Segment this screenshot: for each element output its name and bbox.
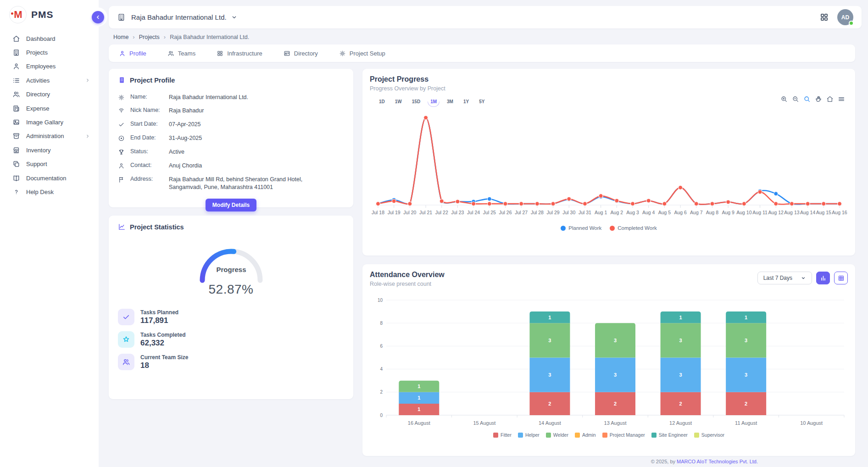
legend-item-welder[interactable]: Welder [546, 432, 568, 438]
sidebar-item-label: Support [26, 161, 47, 167]
legend-label: Completed Work [618, 225, 657, 231]
field-value: Raja Bahadur Mill Rd, behind Sheraton Gr… [169, 176, 320, 191]
sidebar-item-activities[interactable]: Activities [0, 73, 99, 87]
tab-infrastructure[interactable]: Infrastructure [217, 44, 262, 62]
legend-item-supervisor[interactable]: Supervisor [694, 432, 724, 438]
field-label: Start Date: [130, 121, 163, 127]
svg-text:Jul 27: Jul 27 [515, 210, 528, 215]
legend-item-project-manager[interactable]: Project Manager [602, 432, 645, 438]
trophy-icon [118, 149, 125, 156]
range-button-1m[interactable]: 1M [427, 97, 440, 106]
card-title: Project Progress [370, 75, 848, 83]
breadcrumb-item[interactable]: Projects [139, 34, 160, 40]
field-label: Contact: [130, 162, 163, 168]
footer-text: © 2025, by [651, 459, 677, 464]
toolbar-menu-icon[interactable] [838, 95, 845, 103]
sidebar-item-inventory[interactable]: Inventory [0, 143, 99, 157]
building-filled-icon [118, 76, 126, 84]
svg-text:2: 2 [380, 389, 383, 395]
flag-icon [118, 176, 125, 183]
svg-text:Jul 28: Jul 28 [531, 210, 544, 215]
svg-text:13 August: 13 August [604, 420, 627, 426]
app-logo[interactable]: M PMS [0, 0, 99, 28]
legend-item-site-engineer[interactable]: Site Engineer [651, 432, 688, 438]
range-button-15d[interactable]: 15D [408, 97, 424, 106]
legend-item-completed-work[interactable]: Completed Work [610, 225, 657, 231]
sidebar-item-directory[interactable]: Directory [0, 88, 99, 101]
modify-details-button[interactable]: Modify Details [206, 199, 256, 211]
svg-text:Aug 1: Aug 1 [595, 210, 607, 215]
tab-directory[interactable]: Directory [284, 44, 318, 62]
top-header: Raja Bahadur International Ltd. AD [109, 6, 862, 28]
tab-teams[interactable]: Teams [167, 44, 195, 62]
person-icon [119, 50, 126, 57]
range-button-1w[interactable]: 1W [391, 97, 406, 106]
stats-list: Tasks Planned117,891Tasks Completed62,33… [118, 309, 344, 370]
footer-company-link[interactable]: MARCO AIoT Technologies Pvt. Ltd. [677, 459, 758, 464]
main-content: Raja Bahadur International Ltd. AD Home›… [99, 0, 868, 467]
legend-swatch-icon [493, 433, 498, 438]
toolbar-hand-icon[interactable] [815, 95, 822, 103]
svg-text:1: 1 [679, 315, 682, 320]
star-stat-icon [118, 331, 134, 348]
home-icon [826, 95, 834, 103]
table-view-button[interactable] [834, 272, 848, 284]
sidebar-item-help-desk[interactable]: Help Desk [0, 185, 99, 199]
tab-profile[interactable]: Profile [119, 44, 146, 62]
legend-swatch-icon [602, 433, 607, 438]
sidebar-collapse-button[interactable] [92, 11, 104, 23]
svg-text:3: 3 [679, 338, 682, 343]
range-button-1y[interactable]: 1Y [460, 97, 473, 106]
legend-item-planned-work[interactable]: Planned Work [561, 225, 601, 231]
svg-text:12 August: 12 August [669, 420, 692, 426]
footer: © 2025, by MARCO AIoT Technologies Pvt. … [109, 459, 855, 464]
tab-label: Project Setup [350, 50, 385, 57]
sidebar-item-documentation[interactable]: Documentation [0, 171, 99, 185]
tab-project-setup[interactable]: Project Setup [339, 44, 385, 62]
sidebar-item-image-gallary[interactable]: Image Gallary [0, 115, 99, 129]
chart-view-button[interactable] [816, 272, 830, 284]
menu-icon [838, 95, 845, 103]
legend-item-admin[interactable]: Admin [575, 432, 596, 438]
sidebar-item-label: Administration [26, 133, 64, 139]
chevron-right-icon [85, 133, 90, 139]
sidebar-item-label: Image Gallary [26, 119, 63, 126]
toolbar-zoomin-icon[interactable] [780, 95, 788, 103]
sidebar-item-projects[interactable]: Projects [0, 45, 99, 59]
svg-text:Aug 4: Aug 4 [642, 210, 655, 215]
sidebar-item-employees[interactable]: Employees [0, 60, 99, 73]
legend-item-helper[interactable]: Helper [518, 432, 540, 438]
range-button-3m[interactable]: 3M [443, 97, 457, 106]
svg-text:3: 3 [614, 372, 617, 378]
progress-line-chart[interactable]: Jul 18Jul 19Jul 20Jul 21Jul 22Jul 23Jul … [370, 106, 848, 223]
card-title: Project Statistics [130, 223, 184, 231]
sidebar-item-dashboard[interactable]: Dashboard [0, 32, 99, 45]
svg-text:Aug 14: Aug 14 [800, 210, 815, 215]
gear-icon [339, 50, 346, 57]
svg-text:Aug 11: Aug 11 [752, 210, 768, 215]
legend-item-fitter[interactable]: Fitter [493, 432, 512, 438]
legend-label: Helper [525, 432, 540, 438]
attendance-bar-chart[interactable]: 024681011116 August15 August233114 Augus… [370, 294, 848, 429]
sidebar-item-support[interactable]: Support [0, 157, 99, 171]
toolbar-search-icon[interactable] [803, 95, 811, 103]
chevron-down-icon [801, 275, 806, 281]
sidebar-item-expense[interactable]: Expense [0, 101, 99, 115]
period-select[interactable]: Last 7 Days [757, 272, 812, 284]
sidebar-item-label: Help Desk [26, 189, 54, 195]
chevron-down-icon[interactable] [231, 14, 238, 21]
range-button-5y[interactable]: 5Y [475, 97, 488, 106]
stat-row: Tasks Planned117,891 [118, 309, 344, 325]
toolbar-zoomout-icon[interactable] [792, 95, 799, 103]
breadcrumb-item[interactable]: Home [113, 34, 128, 40]
range-button-1d[interactable]: 1D [375, 97, 389, 106]
avatar[interactable]: AD [837, 9, 853, 25]
sidebar-item-administration[interactable]: Administration [0, 129, 99, 143]
question-icon [12, 188, 20, 196]
apps-grid-icon[interactable] [819, 12, 829, 22]
svg-text:15 August: 15 August [473, 420, 495, 426]
toolbar-home-icon[interactable] [826, 95, 834, 103]
field-value: Anuj Chordia [169, 162, 202, 170]
svg-text:3: 3 [745, 372, 747, 378]
company-title: Raja Bahadur International Ltd. [131, 13, 227, 21]
